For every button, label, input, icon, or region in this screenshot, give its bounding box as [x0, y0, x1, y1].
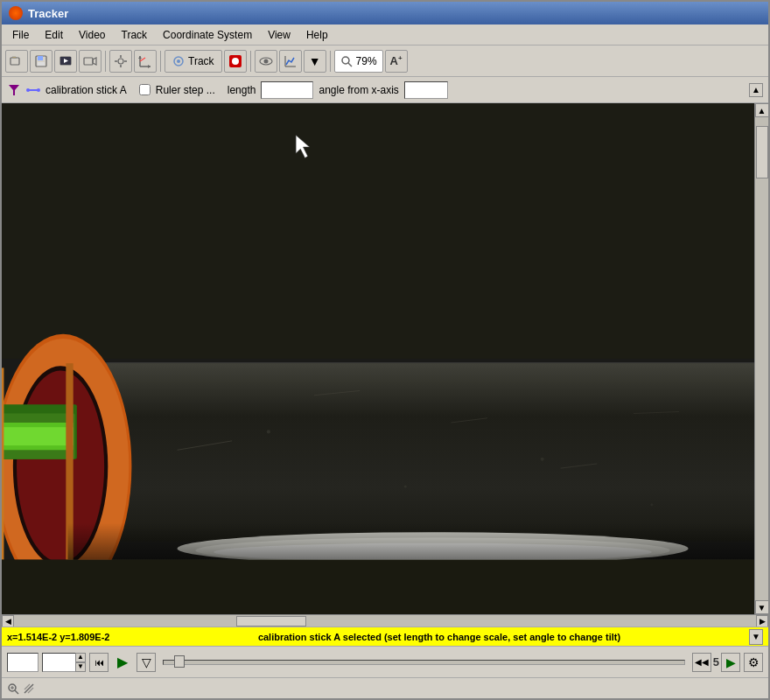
font-button[interactable]: A+ [385, 50, 408, 73]
ruler-step-label: Ruler step ... [156, 84, 215, 96]
settings-button[interactable]: ⚙ [744, 653, 763, 672]
prev-frame-button[interactable]: ◀◀ [692, 653, 711, 672]
video-area [2, 103, 754, 614]
scroll-up-button[interactable]: ▲ [749, 83, 763, 97]
menu-help[interactable]: Help [299, 27, 335, 43]
end-frame-display: 5 [713, 655, 719, 668]
zoom-area: 79% [334, 50, 383, 73]
scrollbar-track-v[interactable] [755, 117, 768, 600]
angle-label: angle from x-axis [318, 84, 398, 96]
speed-up-button[interactable]: ▲ [75, 653, 86, 662]
svg-rect-34 [2, 103, 754, 359]
length-label: length [228, 84, 256, 96]
eye-button[interactable] [255, 50, 277, 73]
svg-rect-2 [38, 56, 43, 60]
svg-rect-55 [67, 523, 754, 560]
separator-1 [105, 51, 106, 72]
svg-point-20 [177, 60, 180, 63]
first-frame-button[interactable]: ⏮ [89, 653, 108, 672]
svg-rect-0 [10, 58, 19, 65]
menu-video[interactable]: Video [72, 27, 112, 43]
frame-number-input[interactable]: 001 [7, 653, 38, 672]
svg-marker-17 [138, 56, 142, 59]
video-button[interactable] [79, 50, 102, 73]
svg-rect-53 [2, 368, 4, 564]
svg-rect-3 [38, 62, 45, 66]
next-frame-button[interactable]: ▶ [721, 653, 740, 672]
main-content: ▲ ▼ [2, 103, 768, 614]
menu-track[interactable]: Track [115, 27, 155, 43]
calibration-bar: calibration stick A Ruler step ... lengt… [2, 77, 768, 103]
scrollbar-thumb-h[interactable] [236, 616, 306, 626]
graph-button[interactable] [279, 50, 302, 73]
toolbar: Track ▼ [2, 46, 768, 77]
window-title: Tracker [28, 7, 68, 20]
bottom-toolbar [2, 677, 768, 698]
angle-input[interactable]: -89.7° [404, 81, 448, 99]
playback-bar: 001 100% ▲ ▼ ⏮ ▶ ▽ ◀◀ 5 ▶ ⚙ [2, 646, 768, 677]
calibration-stick-label: calibration stick A [46, 84, 127, 96]
svg-rect-52 [2, 427, 74, 445]
calibration-stick-icon [26, 83, 40, 97]
vertical-scrollbar: ▲ ▼ [754, 103, 768, 614]
horizontal-scrollbar: ◀ ▶ [2, 614, 768, 626]
svg-line-63 [15, 690, 18, 694]
search-icon [340, 55, 353, 67]
zoom-corner-icon [7, 682, 19, 695]
timeline-thumb[interactable] [174, 655, 185, 668]
scroll-left-button[interactable]: ◀ [2, 615, 14, 627]
svg-point-57 [267, 430, 270, 433]
separator-3 [250, 51, 251, 72]
save-button[interactable] [30, 50, 52, 73]
main-window: Tracker File Edit Video Track Coordinate… [0, 0, 770, 700]
svg-point-9 [118, 59, 123, 64]
scroll-right-button[interactable]: ▶ [756, 615, 768, 627]
svg-marker-29 [9, 85, 19, 95]
track-button[interactable]: Track [164, 50, 222, 73]
speed-input[interactable]: 100% [42, 653, 75, 672]
zoom-level: 79% [356, 55, 377, 67]
svg-rect-7 [84, 58, 93, 65]
open-button[interactable] [5, 50, 28, 73]
menu-file[interactable]: File [5, 27, 36, 43]
coordinates-display: x=1.514E-2 y=1.809E-2 [7, 632, 130, 642]
svg-point-27 [342, 57, 349, 64]
svg-point-60 [650, 503, 653, 506]
filter-icon [7, 83, 21, 97]
svg-point-59 [541, 458, 544, 461]
svg-point-32 [37, 88, 40, 92]
svg-point-24 [263, 59, 268, 63]
svg-point-58 [404, 485, 407, 487]
scrollbar-track-h[interactable] [14, 615, 756, 626]
track-label: Track [188, 55, 214, 67]
config-button[interactable] [109, 50, 132, 73]
status-message: calibration stick A selected (set length… [130, 632, 749, 642]
video-frame [2, 103, 754, 614]
svg-line-28 [348, 63, 352, 66]
menu-bar: File Edit Video Track Coordinate System … [2, 24, 768, 46]
speed-down-button[interactable]: ▼ [75, 662, 86, 672]
clip-button[interactable] [54, 50, 77, 73]
scrollbar-thumb-v[interactable] [756, 126, 768, 178]
menu-view[interactable]: View [261, 27, 298, 43]
menu-coordinate-system[interactable]: Coordinate System [156, 27, 259, 43]
svg-point-31 [26, 88, 30, 92]
record-button[interactable] [224, 50, 247, 73]
menu-edit[interactable]: Edit [38, 27, 70, 43]
graph-dropdown[interactable]: ▼ [304, 50, 326, 73]
ruler-step-checkbox[interactable] [139, 84, 150, 95]
svg-rect-36 [67, 363, 754, 541]
scroll-down-button-v[interactable]: ▼ [755, 600, 769, 614]
speed-spinner: ▲ ▼ [75, 653, 86, 672]
status-bar: x=1.514E-2 y=1.809E-2 calibration stick … [2, 626, 768, 646]
separator-2 [160, 51, 161, 72]
timeline[interactable] [163, 660, 685, 665]
svg-marker-16 [148, 65, 150, 68]
axes-button[interactable] [134, 50, 157, 73]
scroll-up-button-v[interactable]: ▲ [755, 103, 769, 117]
length-input[interactable]: 0.100 m [261, 81, 313, 99]
play-button[interactable]: ▶ [112, 652, 133, 673]
status-dropdown-button[interactable]: ▼ [749, 629, 763, 645]
mark-button[interactable]: ▽ [136, 653, 156, 672]
video-canvas [2, 103, 754, 614]
